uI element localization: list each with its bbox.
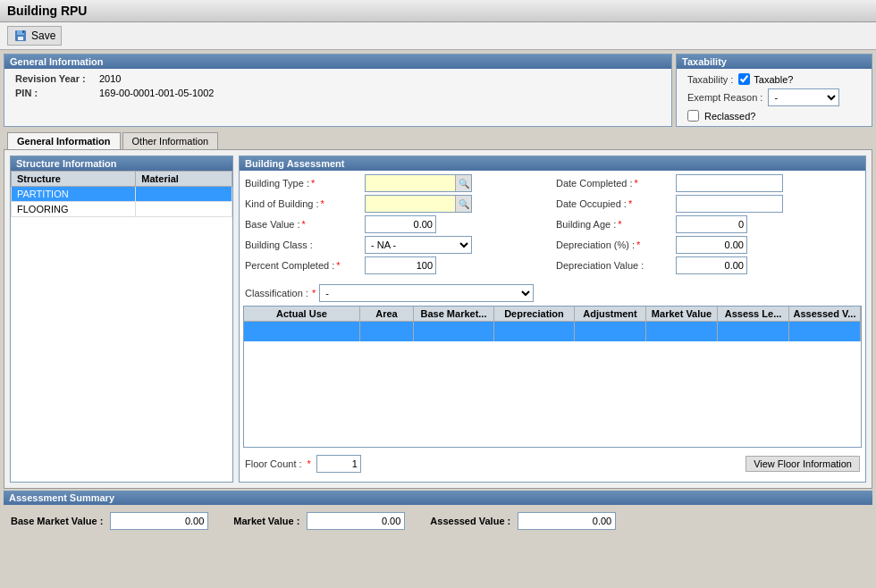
depreciation-pct-row: Depreciation (%) : * [556,236,860,254]
kind-of-building-required: * [321,198,324,209]
classification-select[interactable]: - [319,284,534,302]
depreciation-value-input[interactable] [676,256,747,274]
tab-container: General Information Other Information St… [4,130,872,489]
market-value-input[interactable] [307,512,405,530]
kind-of-building-label: Kind of Building : [245,198,319,209]
taxability-header: Taxability [677,55,872,69]
base-market-value-label: Base Market Value : [11,516,103,526]
market-value-label: Market Value : [233,516,299,526]
building-type-required: * [311,178,315,189]
save-icon [13,29,28,43]
exempt-reason-select[interactable]: - [768,88,839,106]
grid-body [244,322,861,447]
exempt-reason-row: Exempt Reason : - [682,87,866,108]
base-market-value-input[interactable] [110,512,208,530]
save-label: Save [31,29,55,42]
col-market-value: Market Value [646,307,718,321]
col-base-market: Base Market... [414,307,494,321]
percent-completed-row: Percent Completed : * [245,256,549,274]
classification-label: Classification : [245,288,308,298]
table-row[interactable]: PARTITION [12,187,232,202]
taxable-checkbox[interactable] [738,73,750,85]
col-depreciation: Depreciation [494,307,575,321]
assessment-right-col: Date Completed : * Date Occupied : * [556,174,860,277]
base-value-input[interactable] [365,215,436,233]
depreciation-pct-label: Depreciation (%) : [556,239,635,250]
assessment-summary-row: Base Market Value : Market Value : Asses… [4,508,872,533]
floor-count-row: Floor Count : * View Floor Information [240,451,865,476]
building-type-search-btn[interactable]: 🔍 [455,175,471,191]
col-adjustment: Adjustment [575,307,646,321]
date-occupied-label: Date Occupied : [556,198,627,209]
base-value-label-container: Base Value : * [245,219,361,230]
title-bar: Building RPU [0,0,876,22]
save-button[interactable]: Save [7,26,62,46]
assessment-data-grid: Actual Use Area Base Market... Depreciat… [243,306,862,448]
building-class-label: Building Class : [245,239,313,250]
general-info-content: Revision Year : 2010 PIN : 169-00-0001-0… [4,69,671,103]
assessed-value-input[interactable] [518,512,616,530]
building-type-input[interactable] [366,175,455,191]
assessment-form: Building Type : * 🔍 Kind of Building : [240,171,865,281]
material-col-header: Material [136,172,232,187]
taxable-label: Taxable? [754,74,793,85]
tab-bar: General Information Other Information [4,130,872,149]
kind-of-building-input-container: 🔍 [365,195,472,213]
depreciation-pct-required: * [636,239,640,250]
structure-col-header: Structure [12,172,136,187]
building-type-input-container: 🔍 [365,174,472,192]
building-age-required: * [618,219,621,230]
kind-of-building-search-btn[interactable]: 🔍 [455,196,471,212]
general-info-header: General Information [4,55,671,69]
depreciation-pct-input[interactable] [676,236,747,254]
kind-of-building-label-container: Kind of Building : * [245,198,361,209]
date-completed-label-container: Date Completed : * [556,178,672,189]
percent-completed-label-container: Percent Completed : * [245,260,361,271]
classification-row: Classification : * - [245,284,860,302]
date-completed-row: Date Completed : * [556,174,860,192]
floor-count-input[interactable] [316,455,361,473]
main-content: General Information Revision Year : 2010… [0,50,876,537]
table-row[interactable]: FLOORING [12,202,232,217]
grid-cell-actual-use [244,322,360,341]
date-occupied-label-container: Date Occupied : * [556,198,672,209]
tab-general-info[interactable]: General Information [7,132,121,149]
date-occupied-input[interactable] [676,195,783,213]
grid-cell-market-value [646,322,718,341]
building-type-label: Building Type : [245,178,309,189]
view-floor-button[interactable]: View Floor Information [745,456,860,472]
kind-of-building-input[interactable] [366,196,455,212]
floor-count-required: * [307,458,311,469]
building-type-label-container: Building Type : * [245,178,361,189]
col-assess-le: Assess Le... [718,307,789,321]
date-completed-label: Date Completed : [556,178,633,189]
structure-table-header-row: Structure Material [12,172,232,187]
structure-cell: FLOORING [12,202,136,217]
date-completed-input[interactable] [676,174,783,192]
building-class-label-container: Building Class : [245,239,361,250]
page-title: Building RPU [7,4,87,18]
base-value-label: Base Value : [245,219,300,230]
material-cell [136,202,232,217]
revision-year-value: 2010 [99,73,121,84]
kind-of-building-row: Kind of Building : * 🔍 [245,195,549,213]
pin-label: PIN : [15,88,96,98]
reclassed-checkbox[interactable] [687,110,699,122]
building-class-select[interactable]: - NA - [365,236,472,254]
col-area: Area [360,307,414,321]
pin-row: PIN : 169-00-0001-001-05-1002 [10,86,666,100]
grid-selected-row[interactable] [244,322,861,341]
exempt-reason-label: Exempt Reason : [687,92,762,103]
building-age-input[interactable] [676,215,747,233]
grid-header: Actual Use Area Base Market... Depreciat… [244,307,861,322]
svg-rect-2 [18,37,23,40]
general-info-panel: General Information Revision Year : 2010… [4,54,672,127]
tab-other-info[interactable]: Other Information [122,132,219,149]
percent-completed-input[interactable] [365,256,436,274]
reclassed-label: Reclassed? [704,111,755,122]
grid-cell-assess-le [718,322,789,341]
taxable-container: Taxable? [738,73,793,85]
grid-cell-area [360,322,414,341]
taxability-label: Taxability : [687,74,733,85]
top-panels-row: General Information Revision Year : 2010… [4,54,872,127]
